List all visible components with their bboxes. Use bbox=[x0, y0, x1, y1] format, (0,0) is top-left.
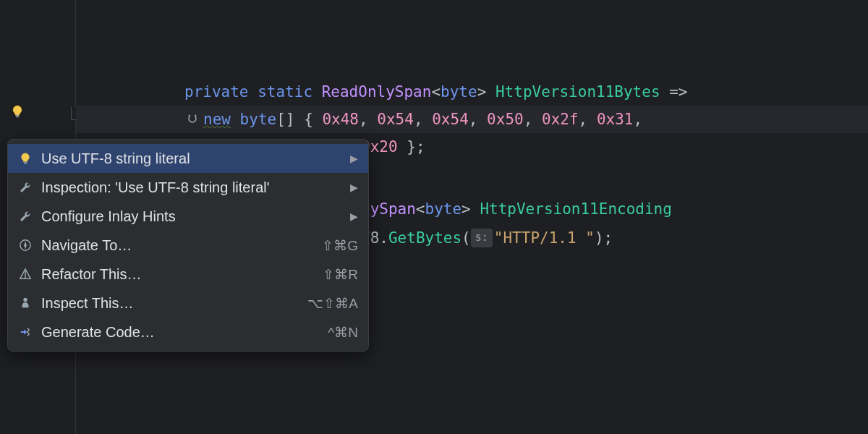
lightbulb-icon bbox=[17, 150, 34, 167]
menu-item-refactor-this[interactable]: Refactor This… ⇧⌘R bbox=[8, 260, 368, 289]
svg-rect-1 bbox=[16, 116, 19, 117]
menu-item-generate-code[interactable]: Generate Code… ^⌘N bbox=[8, 318, 368, 346]
chevron-right-icon: ▶ bbox=[350, 210, 358, 222]
wrench-icon bbox=[17, 208, 34, 225]
menu-label: Refactor This… bbox=[41, 266, 314, 283]
menu-label: Inspection: 'Use UTF-8 string literal' bbox=[41, 179, 344, 196]
code-line-highlighted: new byte[] { 0x48, 0x54, 0x54, 0x50, 0x2… bbox=[76, 106, 868, 133]
menu-shortcut: ^⌘N bbox=[328, 324, 358, 341]
menu-label: Configure Inlay Hints bbox=[41, 208, 344, 225]
refresh-icon bbox=[184, 113, 200, 126]
chevron-right-icon: ▶ bbox=[350, 153, 358, 164]
inlay-hint: s: bbox=[471, 229, 493, 247]
inspect-icon bbox=[17, 294, 34, 312]
menu-item-inspect-this[interactable]: Inspect This… ⌥⇧⌘A bbox=[8, 289, 368, 318]
menu-item-inspection[interactable]: Inspection: 'Use UTF-8 string literal' ▶ bbox=[8, 173, 368, 202]
generate-icon bbox=[17, 323, 34, 341]
menu-shortcut: ⌥⇧⌘A bbox=[307, 295, 358, 312]
intention-menu: Use UTF-8 string literal ▶ Inspection: '… bbox=[7, 139, 369, 352]
compass-icon bbox=[17, 237, 34, 254]
menu-label: Inspect This… bbox=[41, 295, 299, 312]
svg-point-6 bbox=[23, 298, 27, 302]
menu-label: Use UTF-8 string literal bbox=[41, 150, 344, 167]
menu-shortcut: ⇧⌘G bbox=[322, 237, 358, 254]
menu-item-navigate-to[interactable]: Navigate To… ⇧⌘G bbox=[8, 231, 368, 260]
menu-shortcut: ⇧⌘R bbox=[323, 266, 358, 283]
refactor-icon bbox=[17, 265, 34, 283]
menu-item-use-utf8-literal[interactable]: Use UTF-8 string literal ▶ bbox=[8, 144, 368, 173]
intention-bulb-icon[interactable] bbox=[10, 104, 25, 119]
menu-label: Generate Code… bbox=[41, 324, 319, 341]
menu-label: Navigate To… bbox=[41, 237, 313, 254]
menu-item-configure-inlay-hints[interactable]: Configure Inlay Hints ▶ bbox=[8, 202, 368, 231]
code-line: private static ReadOnlySpan<byte> HttpVe… bbox=[76, 78, 868, 106]
wrench-icon bbox=[17, 179, 34, 196]
svg-rect-2 bbox=[24, 162, 27, 163]
svg-rect-3 bbox=[24, 163, 27, 163]
svg-rect-0 bbox=[15, 115, 19, 116]
chevron-right-icon: ▶ bbox=[350, 182, 358, 193]
